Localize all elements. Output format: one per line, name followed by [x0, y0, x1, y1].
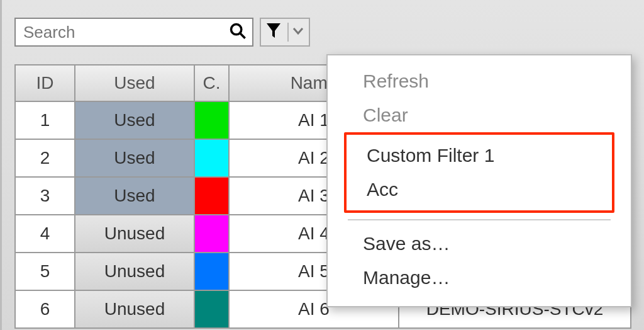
app-frame: ID Used C. Name 1UsedAI 12UsedAI 23UsedA…	[0, 0, 644, 330]
toolbar	[2, 0, 644, 58]
menu-save-as[interactable]: Save as…	[345, 227, 613, 261]
cell-id: 5	[15, 253, 75, 290]
cell-color-swatch[interactable]	[194, 253, 229, 290]
cell-id: 6	[15, 290, 75, 328]
funnel-icon	[266, 23, 281, 42]
svg-point-0	[231, 25, 242, 35]
menu-custom-filter-1[interactable]: Custom Filter 1	[349, 139, 609, 173]
menu-manage[interactable]: Manage…	[345, 261, 613, 295]
cell-color-swatch[interactable]	[194, 177, 229, 215]
menu-refresh[interactable]: Refresh	[345, 64, 613, 98]
col-header-id[interactable]: ID	[15, 65, 75, 101]
cell-color-swatch[interactable]	[194, 215, 229, 253]
chevron-down-icon	[292, 26, 304, 38]
cell-used[interactable]: Used	[75, 101, 194, 139]
menu-acc[interactable]: Acc	[349, 173, 609, 207]
cell-id: 1	[15, 101, 75, 139]
search-input[interactable]	[22, 22, 229, 43]
filter-dropdown-button[interactable]	[260, 18, 310, 47]
cell-color-swatch[interactable]	[194, 139, 229, 177]
filter-context-menu: Refresh Clear Custom Filter 1 Acc Save a…	[326, 54, 632, 307]
custom-filters-highlight: Custom Filter 1 Acc	[344, 132, 614, 213]
col-header-used[interactable]: Used	[75, 65, 194, 101]
cell-color-swatch[interactable]	[194, 101, 229, 139]
cell-used[interactable]: Used	[75, 177, 194, 215]
cell-id: 4	[15, 215, 75, 253]
button-divider	[287, 23, 289, 42]
search-icon[interactable]	[229, 22, 247, 42]
cell-used[interactable]: Unused	[75, 290, 194, 328]
cell-used[interactable]: Used	[75, 139, 194, 177]
svg-line-1	[240, 33, 245, 38]
cell-id: 3	[15, 177, 75, 215]
cell-color-swatch[interactable]	[194, 290, 229, 328]
menu-clear[interactable]: Clear	[345, 98, 613, 132]
search-box[interactable]	[14, 18, 253, 47]
col-header-color[interactable]: C.	[194, 65, 229, 101]
menu-separator	[348, 219, 611, 220]
cell-used[interactable]: Unused	[75, 215, 194, 253]
cell-id: 2	[15, 139, 75, 177]
cell-used[interactable]: Unused	[75, 253, 194, 290]
